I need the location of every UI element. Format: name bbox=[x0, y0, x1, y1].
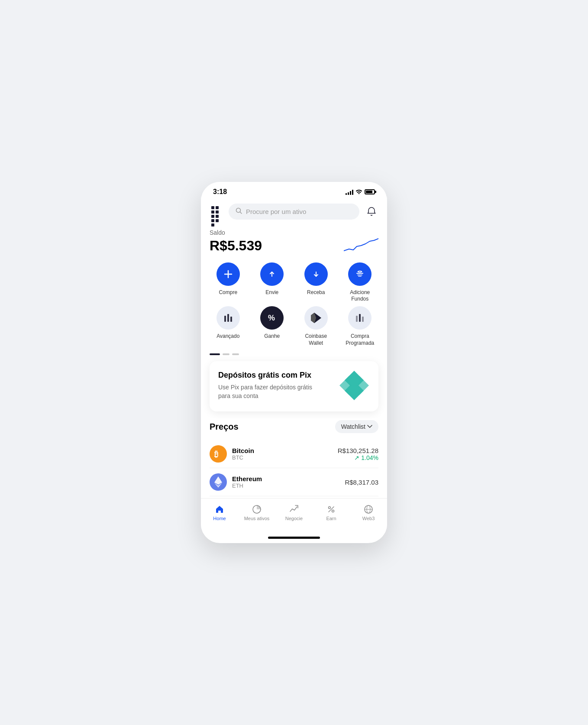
apps-icon[interactable] bbox=[210, 204, 223, 218]
ethereum-price: R$8,317.03 bbox=[345, 479, 378, 486]
svg-text:₿: ₿ bbox=[214, 450, 218, 459]
balance-amount: R$5.539 bbox=[210, 238, 262, 254]
adicione-label: AdicioneFundos bbox=[350, 289, 370, 303]
carousel-card-title: Depósitos grátis com Pix bbox=[218, 371, 313, 380]
wifi-icon bbox=[355, 188, 362, 195]
svg-point-32 bbox=[329, 507, 331, 509]
ethereum-price-col: R$8,317.03 bbox=[345, 479, 378, 486]
compra-programada-label: CompraProgramada bbox=[346, 333, 374, 346]
bottom-nav: Home Meus ativos Negocie E bbox=[201, 498, 387, 533]
nav-meus-ativos[interactable]: Meus ativos bbox=[238, 503, 275, 523]
signal-bars-icon bbox=[346, 189, 353, 195]
trade-icon bbox=[289, 505, 299, 514]
search-icon bbox=[236, 207, 242, 216]
pix-logo-icon bbox=[339, 370, 370, 401]
carousel-dots bbox=[210, 353, 378, 355]
receba-label: Receba bbox=[307, 289, 325, 296]
action-coinbase-wallet[interactable]: CoinbaseWallet bbox=[296, 306, 336, 346]
bitcoin-price: R$130,251.28 bbox=[338, 447, 378, 454]
svg-rect-12 bbox=[224, 316, 226, 322]
carousel-dot-3[interactable] bbox=[232, 353, 239, 355]
phone-container: 3:18 bbox=[201, 182, 387, 543]
svg-rect-14 bbox=[230, 317, 232, 322]
nav-meus-ativos-label: Meus ativos bbox=[244, 516, 270, 521]
status-bar: 3:18 bbox=[201, 182, 387, 199]
svg-rect-20 bbox=[362, 317, 364, 322]
bitcoin-info: Bitcoin BTC bbox=[232, 447, 333, 461]
nav-earn-label: Earn bbox=[326, 516, 336, 521]
compre-circle bbox=[216, 262, 240, 286]
carousel-card-description: Use Pix para fazer depósitos grátis para… bbox=[218, 383, 313, 400]
envie-circle bbox=[260, 262, 284, 286]
svg-rect-18 bbox=[356, 316, 358, 322]
bitcoin-name: Bitcoin bbox=[232, 447, 333, 454]
balance-row: R$5.539 bbox=[210, 238, 378, 254]
prices-section: Preços Watchlist ₿ Bitcoin BTC R$130,251… bbox=[201, 418, 387, 498]
receba-circle bbox=[304, 262, 328, 286]
svg-rect-9 bbox=[356, 273, 363, 274]
svg-rect-10 bbox=[357, 275, 362, 275]
status-icons bbox=[346, 188, 375, 195]
compra-programada-circle bbox=[348, 306, 372, 330]
carousel-dot-1[interactable] bbox=[210, 353, 220, 355]
coinbase-wallet-circle bbox=[304, 306, 328, 330]
avancado-label: Avançado bbox=[216, 333, 239, 340]
svg-text:%: % bbox=[268, 314, 275, 322]
carousel-card[interactable]: Depósitos grátis com Pix Use Pix para fa… bbox=[210, 361, 378, 411]
svg-rect-19 bbox=[359, 314, 361, 322]
carousel-dot-2[interactable] bbox=[223, 353, 229, 355]
chevron-down-icon bbox=[367, 425, 372, 428]
nav-negocie-label: Negocie bbox=[285, 516, 303, 521]
home-icon bbox=[215, 505, 224, 514]
avancado-circle bbox=[216, 306, 240, 330]
pie-chart-icon bbox=[252, 505, 262, 514]
search-bar[interactable]: Procure por um ativo bbox=[229, 204, 359, 220]
svg-point-33 bbox=[332, 510, 334, 512]
balance-label: Saldo bbox=[210, 229, 378, 236]
earn-percent-icon bbox=[326, 505, 336, 514]
search-placeholder-text: Procure por um ativo bbox=[246, 208, 306, 215]
notification-bell-icon[interactable] bbox=[365, 204, 378, 218]
battery-icon bbox=[365, 189, 375, 194]
action-adicione[interactable]: AdicioneFundos bbox=[340, 262, 381, 303]
nav-negocie[interactable]: Negocie bbox=[275, 503, 313, 523]
adicione-circle bbox=[348, 262, 372, 286]
action-compra-programada[interactable]: CompraProgramada bbox=[340, 306, 381, 346]
ethereum-name: Ethereum bbox=[232, 475, 339, 482]
nav-web3-label: Web3 bbox=[362, 516, 375, 521]
status-time: 3:18 bbox=[213, 188, 227, 196]
watchlist-label: Watchlist bbox=[341, 423, 365, 430]
action-receba[interactable]: Receba bbox=[296, 262, 336, 303]
bitcoin-price-col: R$130,251.28 ↗ 1.04% bbox=[338, 447, 378, 461]
balance-sparkline-chart bbox=[344, 238, 378, 253]
ganhe-label: Ganhe bbox=[264, 333, 280, 340]
svg-line-34 bbox=[329, 507, 334, 512]
compre-label: Compre bbox=[219, 289, 237, 296]
ethereum-logo-icon bbox=[210, 473, 227, 491]
action-ganhe[interactable]: % Ganhe bbox=[252, 306, 293, 346]
ethereum-info: Ethereum ETH bbox=[232, 475, 339, 489]
actions-grid: Compre Envie Receba bbox=[201, 261, 387, 353]
ganhe-circle: % bbox=[260, 306, 284, 330]
top-nav: Procure por um ativo bbox=[201, 199, 387, 226]
asset-row-btc[interactable]: ₿ Bitcoin BTC R$130,251.28 ↗ 1.04% bbox=[210, 440, 378, 468]
svg-marker-28 bbox=[214, 476, 222, 485]
nav-earn[interactable]: Earn bbox=[313, 503, 350, 523]
svg-rect-11 bbox=[358, 276, 362, 277]
svg-line-1 bbox=[240, 212, 242, 214]
home-indicator bbox=[268, 537, 320, 539]
action-avancado[interactable]: Avançado bbox=[208, 306, 249, 346]
nav-home-label: Home bbox=[213, 516, 226, 521]
action-compre[interactable]: Compre bbox=[208, 262, 249, 303]
watchlist-button[interactable]: Watchlist bbox=[335, 420, 378, 433]
carousel-card-text: Depósitos grátis com Pix Use Pix para fa… bbox=[218, 371, 313, 400]
action-envie[interactable]: Envie bbox=[252, 262, 293, 303]
carousel-section: Depósitos grátis com Pix Use Pix para fa… bbox=[201, 353, 387, 411]
bitcoin-change: ↗ 1.04% bbox=[338, 454, 378, 461]
asset-row-eth[interactable]: Ethereum ETH R$8,317.03 bbox=[210, 468, 378, 496]
nav-home[interactable]: Home bbox=[201, 503, 238, 523]
prices-title: Preços bbox=[210, 422, 239, 432]
web3-globe-icon bbox=[364, 505, 373, 514]
nav-web3[interactable]: Web3 bbox=[350, 503, 387, 523]
svg-rect-13 bbox=[227, 314, 229, 322]
